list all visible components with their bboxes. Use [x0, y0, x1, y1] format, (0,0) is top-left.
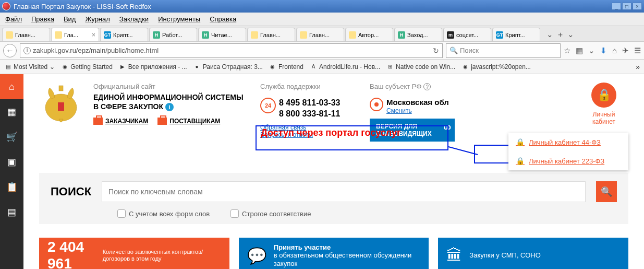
sidebar-home[interactable]: ⌂	[0, 74, 23, 99]
favicon: m	[447, 31, 454, 39]
promo-discussion[interactable]: 💬 Принять участиев обязательном обществе…	[239, 238, 429, 269]
search-title: ПОИСК	[51, 185, 91, 198]
tab-strip: Главн... Гла...×GTКрипт...HРабот...HЧита…	[0, 26, 644, 42]
lk-223[interactable]: 🔒Личный кабинет 223-ФЗ	[508, 151, 628, 170]
menu-view[interactable]: Вид	[64, 15, 76, 23]
check-exact[interactable]: Строгое соответствие	[230, 209, 311, 218]
bookmark-item[interactable]: ◉Frontend	[269, 63, 303, 71]
bookmark-icon: ●	[193, 63, 201, 71]
browser-tab[interactable]: HРабот...	[149, 28, 197, 41]
browser-tab[interactable]: Главн...	[296, 28, 344, 41]
bookmark-item[interactable]: ⊞Native code on Win...	[386, 63, 455, 71]
url-bar[interactable]: i zakupki.gov.ru/epz/main/public/home.ht…	[20, 43, 443, 58]
annotation-connector	[448, 146, 478, 155]
tab-label: Гла...	[64, 32, 89, 38]
search-input[interactable]	[102, 181, 586, 202]
favicon	[6, 31, 13, 39]
browser-tab[interactable]: GTКрипт...	[492, 28, 540, 41]
reload-icon[interactable]: ↻	[433, 46, 439, 55]
bookmark-item[interactable]: ▤Most Visited ⌄	[4, 63, 55, 71]
check-all-forms[interactable]: С учетом всех форм слов	[117, 209, 210, 218]
bookmark-item[interactable]: AAndroidLife.ru - Нов...	[310, 63, 380, 71]
new-tab-button[interactable]: ＋	[556, 28, 564, 41]
browser-tab[interactable]: Главн...	[247, 28, 295, 41]
tab-label: Главн...	[309, 32, 341, 38]
help-icon[interactable]: ?	[423, 83, 431, 90]
browser-tab[interactable]: Автор...	[345, 28, 393, 41]
send-icon[interactable]: ✈	[622, 46, 629, 55]
bookmark-item[interactable]: ●Раиса Отрадная: 3...	[193, 63, 263, 71]
promo-smp[interactable]: 🏛 Закупки у СМП, СОНО	[438, 238, 628, 269]
menu-bookmarks[interactable]: Закладки	[119, 15, 149, 23]
role-links: ЗАКАЗЧИКАМ ПОСТАВЩИКАМ	[93, 118, 250, 125]
tab-label: соцсет...	[456, 32, 488, 38]
tab-label: Крипт...	[505, 32, 537, 38]
tab-label: Главн...	[15, 32, 46, 38]
toolbar-icons: ☆ ▦ ⌄ ⬇ ⌂ ✈ ☰	[564, 46, 641, 55]
sidebar-book[interactable]: ▣	[0, 149, 23, 174]
columns-icon: 🏛	[446, 247, 462, 264]
browser-tab[interactable]: HЗаход...	[394, 28, 442, 41]
sidebar-cart[interactable]: 🛒	[0, 124, 23, 149]
checkbox-icon	[117, 209, 126, 218]
promo-contracts[interactable]: 2 404 961 Количество заключенных контрак…	[39, 238, 229, 269]
favicon	[300, 31, 307, 39]
bookmark-icon: ◉	[269, 63, 276, 71]
sidebar-calendar[interactable]: ▦	[0, 99, 23, 124]
apps-icon[interactable]: ▦	[576, 46, 583, 55]
close-icon[interactable]: ×	[92, 31, 95, 39]
chevron-down-icon: ⌄	[50, 63, 55, 71]
site-info-icon[interactable]: i	[23, 47, 31, 54]
back-button[interactable]: ←	[3, 44, 17, 57]
tab-label: Главн...	[260, 32, 291, 38]
tab-overflow-icon[interactable]: ⌄	[567, 28, 574, 41]
grid-icon[interactable]: ☆	[564, 46, 570, 55]
region-label: Ваш субъект РФ?	[370, 83, 482, 90]
tab-label: Заход...	[407, 32, 439, 38]
region-change-link[interactable]: Сменить	[386, 107, 412, 114]
bookmark-item[interactable]: ◉Getting Started	[61, 63, 113, 71]
bookmark-label: Most Visited	[14, 63, 47, 71]
bookmark-item[interactable]: ▶Все приложения - ...	[119, 63, 187, 71]
browser-tab[interactable]: Гла...×	[51, 28, 99, 41]
support-label: Служба поддержки	[260, 83, 359, 90]
menu-tools[interactable]: Инструменты	[158, 15, 200, 23]
info-icon[interactable]: i	[165, 103, 174, 111]
search-bar[interactable]: 🔍 Поиск	[446, 43, 561, 58]
contracts-count: 2 404 961	[47, 239, 95, 269]
emblem-icon	[39, 83, 83, 130]
pocket-icon[interactable]: ⌄	[588, 46, 595, 55]
sidebar-clipboard[interactable]: 📋	[0, 174, 23, 200]
postavshikam-link[interactable]: ПОСТАВЩИКАМ	[157, 118, 220, 125]
bookmark-icon: ▤	[4, 63, 11, 71]
search-button[interactable]: 🔍	[596, 181, 617, 202]
lk-44[interactable]: 🔒Личный кабинет 44-ФЗ	[508, 133, 628, 151]
zakazchikam-link[interactable]: ЗАКАЗЧИКАМ	[93, 118, 148, 125]
menu-history[interactable]: Журнал	[85, 15, 110, 23]
close-button[interactable]: ×	[633, 3, 642, 10]
home-icon[interactable]: ⌂	[612, 46, 617, 55]
lock-icon: 🔒	[591, 83, 616, 108]
checkbox-icon	[230, 209, 239, 218]
browser-tab[interactable]: HЧитае...	[198, 28, 246, 41]
sidebar-doc[interactable]: ▤	[0, 200, 23, 225]
lock-icon: 🔒	[516, 157, 525, 165]
maximize-button[interactable]: □	[622, 3, 631, 10]
tab-label: Крипт...	[113, 32, 144, 38]
minimize-button[interactable]: _	[612, 3, 621, 10]
lk-button[interactable]: 🔒 Личный кабинет	[579, 83, 628, 125]
menu-help[interactable]: Справка	[210, 15, 236, 23]
bookmark-label: Getting Started	[70, 63, 113, 71]
menu-edit[interactable]: Правка	[31, 15, 54, 23]
bookmark-item[interactable]: ◉javascript:%20open...	[461, 63, 531, 71]
hamburger-icon[interactable]: ☰	[634, 46, 641, 55]
menu-file[interactable]: Файл	[5, 15, 22, 23]
site-title-block: Официальный сайт ЕДИНОЙ ИНФОРМАЦИОННОЙ С…	[93, 83, 250, 125]
svg-rect-1	[59, 86, 63, 91]
bookmarks-overflow-icon[interactable]: »	[636, 63, 640, 71]
tab-list-dropdown-icon[interactable]: ⌄	[546, 28, 553, 41]
downloads-icon[interactable]: ⬇	[600, 46, 607, 55]
browser-tab[interactable]: Главн...	[2, 28, 50, 41]
browser-tab[interactable]: mсоцсет...	[443, 28, 491, 41]
browser-tab[interactable]: GTКрипт...	[100, 28, 148, 41]
